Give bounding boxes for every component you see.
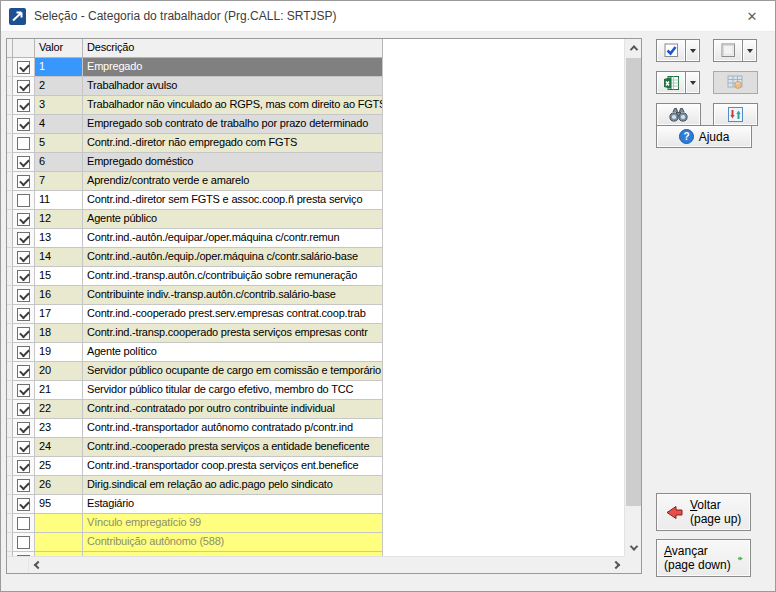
row-filler [383,267,624,286]
check-all-button[interactable] [656,39,686,62]
header-description[interactable]: Descrição [83,39,383,58]
table-row[interactable]: 20Servidor público ocupante de cargo em … [7,362,624,381]
row-checkbox[interactable] [17,194,30,207]
row-filler [383,324,624,343]
value-cell: 16 [35,286,83,305]
row-checkbox[interactable] [17,498,30,511]
checkbox-cell [13,324,35,343]
value-cell: 19 [35,343,83,362]
table-row[interactable]: Contribuição autônomo (588) [7,533,624,552]
table-row[interactable]: 7Aprendiz/contrato verde e amarelo [7,172,624,191]
scroll-up-button[interactable] [625,39,642,56]
header-value[interactable]: Valor [35,39,83,58]
row-checkbox[interactable] [17,213,30,226]
row-filler [383,96,624,115]
forward-label: Avançar (page down) [664,544,731,572]
row-checkbox[interactable] [17,289,30,302]
table-row[interactable]: 24Contr.ind.-cooperado presta serviços a… [7,438,624,457]
checkbox-cell [13,134,35,153]
table-row[interactable]: Vínculo empregatício 99 [7,514,624,533]
row-checkbox[interactable] [17,80,30,93]
table-row[interactable]: 12Agente público [7,210,624,229]
export-dropdown[interactable] [685,71,700,94]
table-row[interactable]: 6Empregado doméstico [7,153,624,172]
row-checkbox[interactable] [17,61,30,74]
table-row[interactable]: 3Trabalhador não vinculado ao RGPS, mas … [7,96,624,115]
close-button[interactable]: ✕ [729,1,775,32]
dropdown-arrow-icon [747,49,753,53]
table-row[interactable]: 22Contr.ind.-contratado por outro contri… [7,400,624,419]
value-cell [35,514,83,533]
table-row[interactable]: 19Agente político [7,343,624,362]
table-row[interactable]: 13Contr.ind.-autôn./equipar./oper.máquin… [7,229,624,248]
row-filler [383,286,624,305]
row-filler [383,400,624,419]
row-checkbox[interactable] [17,232,30,245]
row-checkbox[interactable] [17,137,30,150]
uncheck-all-dropdown[interactable] [742,39,757,62]
table-row[interactable]: 18Contr.ind.-transp.cooperado presta ser… [7,324,624,343]
header-checkbox-cell[interactable] [13,39,35,58]
help-button[interactable]: ? Ajuda [656,125,752,148]
row-checkbox[interactable] [17,365,30,378]
excel-export-icon [663,75,680,91]
row-checkbox[interactable] [17,327,30,340]
sort-button[interactable] [713,103,758,126]
table-row[interactable]: 25Contr.ind.-transportador coop.presta s… [7,457,624,476]
table-row[interactable]: 14Contr.ind.-autôn./equip./oper.máquina … [7,248,624,267]
description-cell: Trabalhador avulso [83,77,383,96]
table-row[interactable]: 26Dirig.sindical em relação ao adic.pago… [7,476,624,495]
row-checkbox[interactable] [17,460,30,473]
table-row[interactable]: 21Servidor público titular de cargo efet… [7,381,624,400]
back-button[interactable]: Voltar (page up) [656,493,751,531]
row-checkbox[interactable] [17,346,30,359]
scrollbar-corner [624,556,641,573]
row-checkbox[interactable] [17,517,30,530]
search-button[interactable] [656,103,701,126]
row-checkbox[interactable] [17,118,30,131]
chevron-left-icon [33,561,41,569]
dropdown-arrow-icon [690,49,696,53]
table-row[interactable]: 4Empregado sob contrato de trabalho por … [7,115,624,134]
row-checkbox[interactable] [17,99,30,112]
empty-checkbox-icon [721,43,736,58]
vertical-scroll-thumb[interactable] [626,58,641,506]
table-row[interactable]: 5Contr.ind.-diretor não empregado com FG… [7,134,624,153]
vertical-scrollbar[interactable] [624,39,641,556]
row-checkbox[interactable] [17,384,30,397]
table-row[interactable]: 23Contr.ind.-transportador autônomo cont… [7,419,624,438]
row-checkbox[interactable] [17,479,30,492]
table-row[interactable]: 17Contr.ind.-cooperado prest.serv.empres… [7,305,624,324]
row-checkbox[interactable] [17,251,30,264]
forward-button[interactable]: Avançar (page down) [656,539,751,577]
row-checkbox[interactable] [17,175,30,188]
row-checkbox[interactable] [17,422,30,435]
checkbox-cell [13,172,35,191]
row-checkbox[interactable] [17,536,30,549]
checkbox-cell [13,115,35,134]
table-row[interactable]: 11Contr.ind.-diretor sem FGTS e assoc.co… [7,191,624,210]
row-filler [383,229,624,248]
row-checkbox[interactable] [17,270,30,283]
table-row[interactable]: 1Empregado [7,58,624,77]
row-checkbox[interactable] [17,441,30,454]
value-cell: 3 [35,96,83,115]
scroll-right-button[interactable] [607,557,624,574]
question-mark-icon: ? [679,129,694,144]
row-checkbox[interactable] [17,403,30,416]
scroll-down-button[interactable] [625,539,642,556]
table-row[interactable]: 2Trabalhador avulso [7,77,624,96]
description-cell: Trabalhador não vinculado ao RGPS, mas c… [83,96,383,115]
value-cell: 25 [35,457,83,476]
row-checkbox[interactable] [17,156,30,169]
window-title: Seleção - Categoria do trabalhador (Prg.… [34,9,337,23]
horizontal-scrollbar[interactable] [7,556,624,573]
scroll-left-button[interactable] [29,557,46,574]
export-excel-button[interactable] [656,71,686,94]
check-all-dropdown[interactable] [685,39,700,62]
uncheck-all-button[interactable] [713,39,743,62]
table-row[interactable]: 15Contr.ind.-transp.autôn.c/contribuição… [7,267,624,286]
table-row[interactable]: 95Estagiário [7,495,624,514]
row-checkbox[interactable] [17,308,30,321]
table-row[interactable]: 16Contribuinte indiv.-transp.autôn.c/con… [7,286,624,305]
